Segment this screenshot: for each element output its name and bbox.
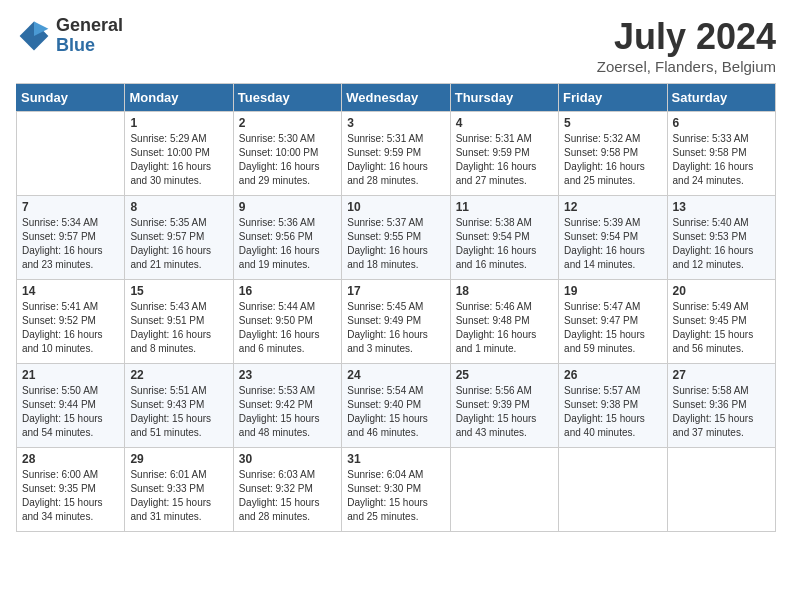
location: Zoersel, Flanders, Belgium <box>597 58 776 75</box>
day-info: Sunrise: 5:39 AM Sunset: 9:54 PM Dayligh… <box>564 216 661 272</box>
week-row-3: 14Sunrise: 5:41 AM Sunset: 9:52 PM Dayli… <box>17 280 776 364</box>
day-info: Sunrise: 5:49 AM Sunset: 9:45 PM Dayligh… <box>673 300 770 356</box>
day-info: Sunrise: 5:58 AM Sunset: 9:36 PM Dayligh… <box>673 384 770 440</box>
day-info: Sunrise: 5:56 AM Sunset: 9:39 PM Dayligh… <box>456 384 553 440</box>
day-info: Sunrise: 5:50 AM Sunset: 9:44 PM Dayligh… <box>22 384 119 440</box>
day-info: Sunrise: 5:53 AM Sunset: 9:42 PM Dayligh… <box>239 384 336 440</box>
day-number: 11 <box>456 200 553 214</box>
col-header-wednesday: Wednesday <box>342 84 450 112</box>
logo-text: General Blue <box>56 16 123 56</box>
day-cell: 21Sunrise: 5:50 AM Sunset: 9:44 PM Dayli… <box>17 364 125 448</box>
day-cell: 1Sunrise: 5:29 AM Sunset: 10:00 PM Dayli… <box>125 112 233 196</box>
day-cell: 2Sunrise: 5:30 AM Sunset: 10:00 PM Dayli… <box>233 112 341 196</box>
day-number: 20 <box>673 284 770 298</box>
page-header: General Blue July 2024 Zoersel, Flanders… <box>16 16 776 75</box>
day-cell <box>450 448 558 532</box>
day-cell: 19Sunrise: 5:47 AM Sunset: 9:47 PM Dayli… <box>559 280 667 364</box>
day-cell: 22Sunrise: 5:51 AM Sunset: 9:43 PM Dayli… <box>125 364 233 448</box>
day-cell: 14Sunrise: 5:41 AM Sunset: 9:52 PM Dayli… <box>17 280 125 364</box>
day-number: 12 <box>564 200 661 214</box>
col-header-thursday: Thursday <box>450 84 558 112</box>
col-header-sunday: Sunday <box>17 84 125 112</box>
day-number: 17 <box>347 284 444 298</box>
week-row-4: 21Sunrise: 5:50 AM Sunset: 9:44 PM Dayli… <box>17 364 776 448</box>
day-cell: 31Sunrise: 6:04 AM Sunset: 9:30 PM Dayli… <box>342 448 450 532</box>
day-info: Sunrise: 6:00 AM Sunset: 9:35 PM Dayligh… <box>22 468 119 524</box>
day-info: Sunrise: 6:04 AM Sunset: 9:30 PM Dayligh… <box>347 468 444 524</box>
day-number: 24 <box>347 368 444 382</box>
day-cell: 18Sunrise: 5:46 AM Sunset: 9:48 PM Dayli… <box>450 280 558 364</box>
day-cell <box>17 112 125 196</box>
day-number: 25 <box>456 368 553 382</box>
day-cell: 17Sunrise: 5:45 AM Sunset: 9:49 PM Dayli… <box>342 280 450 364</box>
day-number: 7 <box>22 200 119 214</box>
week-row-5: 28Sunrise: 6:00 AM Sunset: 9:35 PM Dayli… <box>17 448 776 532</box>
day-cell: 10Sunrise: 5:37 AM Sunset: 9:55 PM Dayli… <box>342 196 450 280</box>
day-cell: 16Sunrise: 5:44 AM Sunset: 9:50 PM Dayli… <box>233 280 341 364</box>
day-info: Sunrise: 5:40 AM Sunset: 9:53 PM Dayligh… <box>673 216 770 272</box>
day-number: 31 <box>347 452 444 466</box>
day-cell: 24Sunrise: 5:54 AM Sunset: 9:40 PM Dayli… <box>342 364 450 448</box>
day-cell: 8Sunrise: 5:35 AM Sunset: 9:57 PM Daylig… <box>125 196 233 280</box>
day-cell: 25Sunrise: 5:56 AM Sunset: 9:39 PM Dayli… <box>450 364 558 448</box>
calendar-table: SundayMondayTuesdayWednesdayThursdayFrid… <box>16 83 776 532</box>
day-cell: 12Sunrise: 5:39 AM Sunset: 9:54 PM Dayli… <box>559 196 667 280</box>
day-info: Sunrise: 5:37 AM Sunset: 9:55 PM Dayligh… <box>347 216 444 272</box>
day-number: 22 <box>130 368 227 382</box>
day-number: 2 <box>239 116 336 130</box>
day-cell <box>667 448 775 532</box>
day-info: Sunrise: 5:54 AM Sunset: 9:40 PM Dayligh… <box>347 384 444 440</box>
day-cell: 13Sunrise: 5:40 AM Sunset: 9:53 PM Dayli… <box>667 196 775 280</box>
day-number: 13 <box>673 200 770 214</box>
day-info: Sunrise: 5:41 AM Sunset: 9:52 PM Dayligh… <box>22 300 119 356</box>
day-info: Sunrise: 5:44 AM Sunset: 9:50 PM Dayligh… <box>239 300 336 356</box>
day-cell: 20Sunrise: 5:49 AM Sunset: 9:45 PM Dayli… <box>667 280 775 364</box>
day-info: Sunrise: 5:29 AM Sunset: 10:00 PM Daylig… <box>130 132 227 188</box>
day-number: 29 <box>130 452 227 466</box>
day-number: 4 <box>456 116 553 130</box>
logo-blue: Blue <box>56 36 123 56</box>
day-info: Sunrise: 5:31 AM Sunset: 9:59 PM Dayligh… <box>456 132 553 188</box>
day-number: 28 <box>22 452 119 466</box>
day-info: Sunrise: 5:31 AM Sunset: 9:59 PM Dayligh… <box>347 132 444 188</box>
day-cell: 11Sunrise: 5:38 AM Sunset: 9:54 PM Dayli… <box>450 196 558 280</box>
day-cell: 3Sunrise: 5:31 AM Sunset: 9:59 PM Daylig… <box>342 112 450 196</box>
month-title: July 2024 <box>597 16 776 58</box>
day-number: 14 <box>22 284 119 298</box>
day-info: Sunrise: 5:47 AM Sunset: 9:47 PM Dayligh… <box>564 300 661 356</box>
day-cell: 27Sunrise: 5:58 AM Sunset: 9:36 PM Dayli… <box>667 364 775 448</box>
day-info: Sunrise: 5:46 AM Sunset: 9:48 PM Dayligh… <box>456 300 553 356</box>
day-info: Sunrise: 5:32 AM Sunset: 9:58 PM Dayligh… <box>564 132 661 188</box>
logo-general: General <box>56 16 123 36</box>
day-cell: 15Sunrise: 5:43 AM Sunset: 9:51 PM Dayli… <box>125 280 233 364</box>
day-info: Sunrise: 5:57 AM Sunset: 9:38 PM Dayligh… <box>564 384 661 440</box>
day-number: 15 <box>130 284 227 298</box>
logo-icon <box>16 18 52 54</box>
day-cell: 30Sunrise: 6:03 AM Sunset: 9:32 PM Dayli… <box>233 448 341 532</box>
week-row-2: 7Sunrise: 5:34 AM Sunset: 9:57 PM Daylig… <box>17 196 776 280</box>
day-info: Sunrise: 5:34 AM Sunset: 9:57 PM Dayligh… <box>22 216 119 272</box>
day-number: 3 <box>347 116 444 130</box>
day-cell: 23Sunrise: 5:53 AM Sunset: 9:42 PM Dayli… <box>233 364 341 448</box>
day-number: 1 <box>130 116 227 130</box>
day-number: 18 <box>456 284 553 298</box>
col-header-monday: Monday <box>125 84 233 112</box>
day-info: Sunrise: 5:38 AM Sunset: 9:54 PM Dayligh… <box>456 216 553 272</box>
day-number: 10 <box>347 200 444 214</box>
day-number: 23 <box>239 368 336 382</box>
day-info: Sunrise: 5:30 AM Sunset: 10:00 PM Daylig… <box>239 132 336 188</box>
day-info: Sunrise: 6:03 AM Sunset: 9:32 PM Dayligh… <box>239 468 336 524</box>
day-info: Sunrise: 5:51 AM Sunset: 9:43 PM Dayligh… <box>130 384 227 440</box>
day-info: Sunrise: 6:01 AM Sunset: 9:33 PM Dayligh… <box>130 468 227 524</box>
day-number: 27 <box>673 368 770 382</box>
day-cell: 26Sunrise: 5:57 AM Sunset: 9:38 PM Dayli… <box>559 364 667 448</box>
day-cell: 28Sunrise: 6:00 AM Sunset: 9:35 PM Dayli… <box>17 448 125 532</box>
day-cell: 29Sunrise: 6:01 AM Sunset: 9:33 PM Dayli… <box>125 448 233 532</box>
day-cell <box>559 448 667 532</box>
logo: General Blue <box>16 16 123 56</box>
day-info: Sunrise: 5:43 AM Sunset: 9:51 PM Dayligh… <box>130 300 227 356</box>
header-row: SundayMondayTuesdayWednesdayThursdayFrid… <box>17 84 776 112</box>
col-header-friday: Friday <box>559 84 667 112</box>
day-number: 19 <box>564 284 661 298</box>
title-block: July 2024 Zoersel, Flanders, Belgium <box>597 16 776 75</box>
